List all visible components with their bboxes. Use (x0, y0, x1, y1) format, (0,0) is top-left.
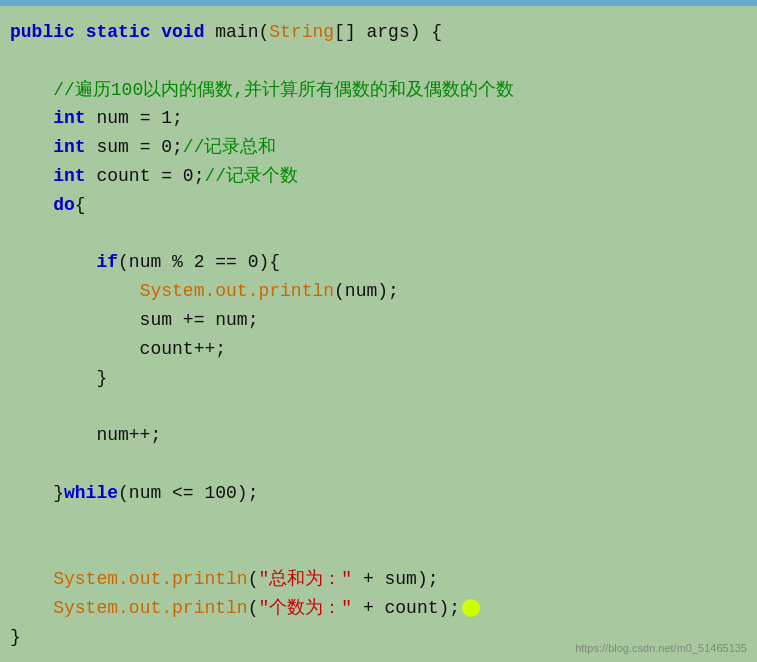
system-println-1: System.out.println (140, 281, 334, 301)
code-line-20: System.out.println("总和为：" + sum); (10, 565, 747, 594)
code-line-19 (10, 536, 747, 565)
keyword-int-3: int (53, 166, 85, 186)
code-line-8 (10, 220, 747, 249)
code-line-9: if(num % 2 == 0){ (10, 248, 747, 277)
code-line-3: //遍历100以内的偶数,并计算所有偶数的和及偶数的个数 (10, 76, 747, 105)
code-line-1: public static void main(String[] args) { (10, 18, 747, 47)
code-line-21: System.out.println("个数为：" + count); (10, 594, 747, 623)
code-line-16 (10, 450, 747, 479)
keyword-void: void (161, 22, 204, 42)
comment-1: //遍历100以内的偶数,并计算所有偶数的和及偶数的个数 (53, 80, 514, 100)
code-line-14 (10, 392, 747, 421)
keyword-int-1: int (53, 108, 85, 128)
code-line-5: int sum = 0;//记录总和 (10, 133, 747, 162)
system-println-3: System.out.println (53, 598, 247, 618)
keyword-int-2: int (53, 137, 85, 157)
keyword-while: while (64, 483, 118, 503)
code-line-12: count++; (10, 335, 747, 364)
code-line-6: int count = 0;//记录个数 (10, 162, 747, 191)
classname-string: String (269, 22, 334, 42)
top-bar (0, 0, 757, 6)
code-editor: public static void main(String[] args) {… (0, 0, 757, 662)
code-line-7: do{ (10, 191, 747, 220)
code-line-10: System.out.println(num); (10, 277, 747, 306)
comment-2: //记录总和 (183, 137, 277, 157)
keyword-do: do (53, 195, 75, 215)
cursor (462, 599, 480, 617)
string-1: "总和为：" (258, 569, 352, 589)
keyword-static: static (86, 22, 151, 42)
code-line-2 (10, 47, 747, 76)
watermark: https://blog.csdn.net/m0_51465135 (575, 642, 747, 654)
code-line-11: sum += num; (10, 306, 747, 335)
keyword-public: public (10, 22, 75, 42)
comment-3: //记录个数 (204, 166, 298, 186)
code-line-15: num++; (10, 421, 747, 450)
code-line-17: }while(num <= 100); (10, 479, 747, 508)
system-println-2: System.out.println (53, 569, 247, 589)
code-line-18 (10, 508, 747, 537)
code-line-13: } (10, 364, 747, 393)
keyword-if: if (96, 252, 118, 272)
string-2: "个数为：" (258, 598, 352, 618)
code-line-4: int num = 1; (10, 104, 747, 133)
code-block: public static void main(String[] args) {… (10, 10, 747, 652)
